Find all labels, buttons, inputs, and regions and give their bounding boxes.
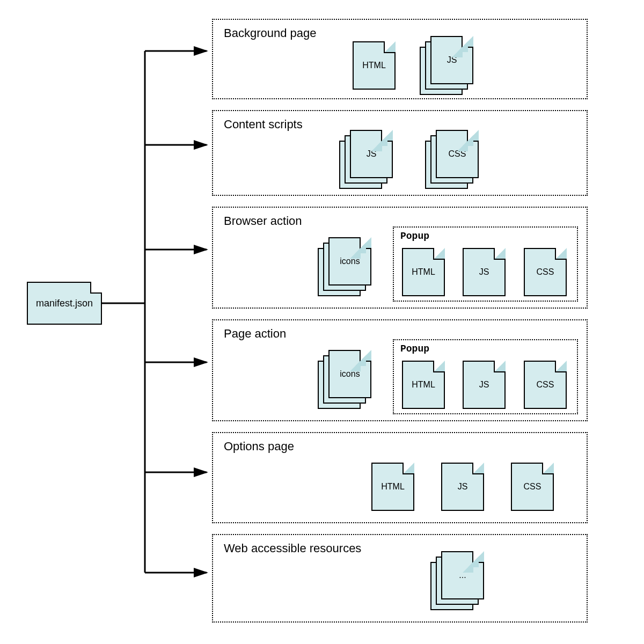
manifest-file-icon: manifest.json <box>27 282 102 325</box>
diagram-canvas: manifest.json Background page HTML <box>0 0 644 644</box>
file-js-icon: JS <box>441 463 484 511</box>
section-title: Web accessible resources <box>224 541 578 555</box>
section-title: Options page <box>224 440 578 453</box>
popup-box: Popup HTML JS CSS <box>393 339 578 414</box>
section-background-page: Background page HTML JS <box>212 19 588 99</box>
section-title: Background page <box>224 26 578 40</box>
popup-box: Popup HTML JS CSS <box>393 226 578 302</box>
file-html-icon: HTML <box>353 41 396 90</box>
file-css-icon: CSS <box>524 248 567 296</box>
file-js-stack: JS <box>420 36 473 95</box>
file-label: JS <box>479 267 489 277</box>
manifest-label: manifest.json <box>36 298 93 309</box>
section-page-action: Page action icons Popup HTML JS CSS <box>212 319 588 421</box>
file-html-icon: HTML <box>371 463 414 511</box>
file-label: JS <box>458 482 468 492</box>
file-label: HTML <box>381 482 405 492</box>
section-content-scripts: Content scripts JS CSS <box>212 110 588 196</box>
file-label: JS <box>479 380 489 390</box>
file-label: HTML <box>412 267 435 277</box>
file-icons-stack: icons <box>318 237 371 296</box>
section-web-accessible-resources: Web accessible resources ... <box>212 534 588 623</box>
file-generic-stack: ... <box>430 551 484 610</box>
file-html-icon: HTML <box>402 361 445 409</box>
file-css-stack: CSS <box>425 130 479 189</box>
file-label: HTML <box>362 61 386 70</box>
file-label: CSS <box>524 482 541 492</box>
file-icons-stack: icons <box>318 350 371 409</box>
file-js-icon: JS <box>463 248 506 296</box>
file-html-icon: HTML <box>402 248 445 296</box>
file-label: CSS <box>537 380 554 390</box>
section-options-page: Options page HTML JS CSS <box>212 432 588 523</box>
file-css-icon: CSS <box>524 361 567 409</box>
popup-title: Popup <box>400 231 573 241</box>
file-label: HTML <box>412 380 435 390</box>
file-js-stack: JS <box>339 130 393 189</box>
file-css-icon: CSS <box>511 463 554 511</box>
popup-title: Popup <box>400 343 573 354</box>
section-title: Content scripts <box>224 118 578 131</box>
section-browser-action: Browser action icons Popup HTML JS CSS <box>212 207 588 309</box>
file-label: CSS <box>537 267 554 277</box>
file-js-icon: JS <box>463 361 506 409</box>
